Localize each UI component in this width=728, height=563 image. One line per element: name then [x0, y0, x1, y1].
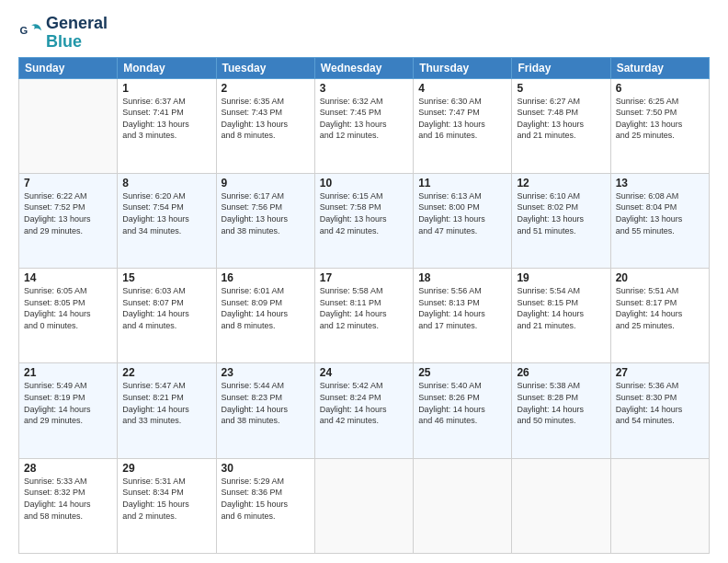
- day-number: 12: [517, 177, 605, 190]
- day-cell: 1Sunrise: 6:37 AMSunset: 7:41 PMDaylight…: [118, 78, 216, 173]
- day-cell: [610, 458, 709, 553]
- day-number: 11: [418, 177, 506, 190]
- day-info: Sunrise: 5:29 AMSunset: 8:36 PMDaylight:…: [222, 476, 310, 522]
- day-info: Sunrise: 5:54 AMSunset: 8:15 PMDaylight:…: [517, 285, 605, 331]
- day-cell: 17Sunrise: 5:58 AMSunset: 8:11 PMDayligh…: [314, 269, 413, 363]
- day-number: 5: [517, 82, 605, 95]
- day-number: 29: [122, 462, 210, 475]
- col-header-friday: Friday: [512, 57, 610, 78]
- day-cell: 10Sunrise: 6:15 AMSunset: 7:58 PMDayligh…: [314, 173, 413, 268]
- day-number: 3: [320, 82, 408, 95]
- day-info: Sunrise: 5:44 AMSunset: 8:23 PMDaylight:…: [222, 380, 310, 426]
- day-cell: [414, 458, 512, 553]
- day-number: 24: [320, 366, 408, 379]
- col-header-saturday: Saturday: [610, 57, 709, 78]
- logo-icon: G: [18, 20, 44, 46]
- day-cell: 12Sunrise: 6:10 AMSunset: 8:02 PMDayligh…: [512, 173, 610, 268]
- day-cell: 15Sunrise: 6:03 AMSunset: 8:07 PMDayligh…: [118, 269, 216, 363]
- day-info: Sunrise: 6:01 AMSunset: 8:09 PMDaylight:…: [222, 285, 310, 331]
- day-number: 8: [122, 177, 210, 190]
- day-number: 20: [616, 271, 704, 284]
- day-info: Sunrise: 5:47 AMSunset: 8:21 PMDaylight:…: [122, 380, 210, 426]
- day-cell: 20Sunrise: 5:51 AMSunset: 8:17 PMDayligh…: [610, 269, 709, 363]
- day-cell: 6Sunrise: 6:25 AMSunset: 7:50 PMDaylight…: [610, 78, 709, 173]
- day-info: Sunrise: 5:49 AMSunset: 8:19 PMDaylight:…: [24, 380, 112, 426]
- day-number: 26: [517, 366, 605, 379]
- day-cell: 14Sunrise: 6:05 AMSunset: 8:05 PMDayligh…: [19, 269, 118, 363]
- day-info: Sunrise: 6:15 AMSunset: 7:58 PMDaylight:…: [320, 190, 408, 236]
- col-header-thursday: Thursday: [414, 57, 512, 78]
- day-info: Sunrise: 6:27 AMSunset: 7:48 PMDaylight:…: [517, 96, 605, 142]
- day-info: Sunrise: 6:25 AMSunset: 7:50 PMDaylight:…: [616, 96, 704, 142]
- day-cell: 3Sunrise: 6:32 AMSunset: 7:45 PMDaylight…: [314, 78, 413, 173]
- day-number: 23: [222, 366, 310, 379]
- day-cell: 30Sunrise: 5:29 AMSunset: 8:36 PMDayligh…: [216, 458, 314, 553]
- day-info: Sunrise: 5:38 AMSunset: 8:28 PMDaylight:…: [517, 380, 605, 426]
- day-info: Sunrise: 5:58 AMSunset: 8:11 PMDaylight:…: [320, 285, 408, 331]
- day-info: Sunrise: 6:35 AMSunset: 7:43 PMDaylight:…: [222, 96, 310, 142]
- day-number: 13: [616, 177, 704, 190]
- day-number: 1: [122, 82, 210, 95]
- week-row-2: 7Sunrise: 6:22 AMSunset: 7:52 PMDaylight…: [19, 173, 710, 268]
- calendar-table: SundayMondayTuesdayWednesdayThursdayFrid…: [18, 57, 710, 554]
- day-info: Sunrise: 6:20 AMSunset: 7:54 PMDaylight:…: [122, 190, 210, 236]
- day-cell: 26Sunrise: 5:38 AMSunset: 8:28 PMDayligh…: [512, 363, 610, 458]
- day-info: Sunrise: 5:33 AMSunset: 8:32 PMDaylight:…: [24, 476, 112, 522]
- day-number: 6: [616, 82, 704, 95]
- day-cell: 22Sunrise: 5:47 AMSunset: 8:21 PMDayligh…: [118, 363, 216, 458]
- day-number: 15: [122, 271, 210, 284]
- day-info: Sunrise: 6:37 AMSunset: 7:41 PMDaylight:…: [122, 96, 210, 142]
- col-header-sunday: Sunday: [19, 57, 118, 78]
- day-cell: 4Sunrise: 6:30 AMSunset: 7:47 PMDaylight…: [414, 78, 512, 173]
- logo-text: General Blue: [46, 15, 108, 52]
- week-row-4: 21Sunrise: 5:49 AMSunset: 8:19 PMDayligh…: [19, 363, 710, 458]
- day-cell: 13Sunrise: 6:08 AMSunset: 8:04 PMDayligh…: [610, 173, 709, 268]
- day-number: 21: [24, 366, 112, 379]
- day-info: Sunrise: 5:56 AMSunset: 8:13 PMDaylight:…: [418, 285, 506, 331]
- day-info: Sunrise: 6:13 AMSunset: 8:00 PMDaylight:…: [418, 190, 506, 236]
- day-info: Sunrise: 6:05 AMSunset: 8:05 PMDaylight:…: [24, 285, 112, 331]
- day-info: Sunrise: 5:36 AMSunset: 8:30 PMDaylight:…: [616, 380, 704, 426]
- day-number: 25: [418, 366, 506, 379]
- day-cell: 8Sunrise: 6:20 AMSunset: 7:54 PMDaylight…: [118, 173, 216, 268]
- day-cell: 19Sunrise: 5:54 AMSunset: 8:15 PMDayligh…: [512, 269, 610, 363]
- day-number: 4: [418, 82, 506, 95]
- day-cell: 23Sunrise: 5:44 AMSunset: 8:23 PMDayligh…: [216, 363, 314, 458]
- col-header-wednesday: Wednesday: [314, 57, 413, 78]
- col-header-tuesday: Tuesday: [216, 57, 314, 78]
- day-cell: 7Sunrise: 6:22 AMSunset: 7:52 PMDaylight…: [19, 173, 118, 268]
- header: G General Blue: [18, 15, 710, 52]
- day-number: 18: [418, 271, 506, 284]
- day-cell: 5Sunrise: 6:27 AMSunset: 7:48 PMDaylight…: [512, 78, 610, 173]
- day-info: Sunrise: 5:42 AMSunset: 8:24 PMDaylight:…: [320, 380, 408, 426]
- day-number: 14: [24, 271, 112, 284]
- day-cell: 16Sunrise: 6:01 AMSunset: 8:09 PMDayligh…: [216, 269, 314, 363]
- day-number: 2: [222, 82, 310, 95]
- page: G General Blue SundayMondayTuesdayWednes…: [0, 0, 728, 563]
- day-info: Sunrise: 6:22 AMSunset: 7:52 PMDaylight:…: [24, 190, 112, 236]
- column-headers: SundayMondayTuesdayWednesdayThursdayFrid…: [19, 57, 710, 78]
- svg-text:G: G: [19, 25, 28, 36]
- day-cell: 21Sunrise: 5:49 AMSunset: 8:19 PMDayligh…: [19, 363, 118, 458]
- day-cell: 27Sunrise: 5:36 AMSunset: 8:30 PMDayligh…: [610, 363, 709, 458]
- day-number: 19: [517, 271, 605, 284]
- week-row-3: 14Sunrise: 6:05 AMSunset: 8:05 PMDayligh…: [19, 269, 710, 363]
- week-row-5: 28Sunrise: 5:33 AMSunset: 8:32 PMDayligh…: [19, 458, 710, 553]
- day-number: 9: [222, 177, 310, 190]
- day-number: 17: [320, 271, 408, 284]
- calendar-body: 1Sunrise: 6:37 AMSunset: 7:41 PMDaylight…: [19, 78, 710, 553]
- day-info: Sunrise: 6:08 AMSunset: 8:04 PMDaylight:…: [616, 190, 704, 236]
- day-info: Sunrise: 6:32 AMSunset: 7:45 PMDaylight:…: [320, 96, 408, 142]
- col-header-monday: Monday: [118, 57, 216, 78]
- day-cell: 18Sunrise: 5:56 AMSunset: 8:13 PMDayligh…: [414, 269, 512, 363]
- logo: G General Blue: [18, 15, 108, 52]
- day-cell: 24Sunrise: 5:42 AMSunset: 8:24 PMDayligh…: [314, 363, 413, 458]
- day-cell: 29Sunrise: 5:31 AMSunset: 8:34 PMDayligh…: [118, 458, 216, 553]
- day-cell: [19, 78, 118, 173]
- day-info: Sunrise: 5:40 AMSunset: 8:26 PMDaylight:…: [418, 380, 506, 426]
- day-number: 30: [222, 462, 310, 475]
- day-number: 16: [222, 271, 310, 284]
- day-info: Sunrise: 5:51 AMSunset: 8:17 PMDaylight:…: [616, 285, 704, 331]
- day-info: Sunrise: 6:30 AMSunset: 7:47 PMDaylight:…: [418, 96, 506, 142]
- day-number: 27: [616, 366, 704, 379]
